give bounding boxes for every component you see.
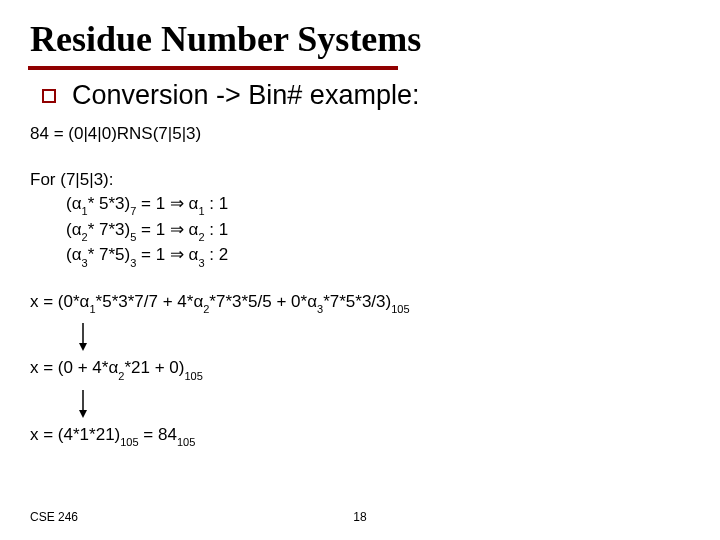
svg-marker-3 — [79, 410, 87, 418]
svg-marker-1 — [79, 343, 87, 351]
page-number: 18 — [353, 510, 366, 524]
x-line-3: x = (4*1*21)105 = 84105 — [30, 424, 690, 448]
rns-equation: 84 = (0|4|0)RNS(7|5|3) — [30, 123, 690, 146]
bullet-marker — [42, 89, 56, 103]
title-underline — [28, 66, 398, 70]
arrow-down-icon — [78, 390, 690, 418]
bullet-text: Conversion -> Bin# example: — [72, 80, 419, 111]
x-line-1: x = (0*α1*5*3*7/7 + 4*α2*7*3*5/5 + 0*α3*… — [30, 291, 690, 315]
for-row-1: (α1* 5*3)7 = 1 ⇒ α1 : 1 — [66, 192, 690, 218]
x-line-2: x = (0 + 4*α2*21 + 0)105 — [30, 357, 690, 381]
for-header: For (7|5|3): — [30, 168, 690, 192]
slide-title: Residue Number Systems — [30, 18, 690, 60]
for-block: For (7|5|3): (α1* 5*3)7 = 1 ⇒ α1 : 1 (α2… — [30, 168, 690, 269]
bullet-item: Conversion -> Bin# example: — [42, 80, 690, 111]
course-code: CSE 246 — [30, 510, 78, 524]
arrow-down-icon — [78, 323, 690, 351]
for-row-3: (α3* 7*5)3 = 1 ⇒ α3 : 2 — [66, 243, 690, 269]
slide-footer: CSE 246 18 — [30, 510, 690, 524]
for-row-2: (α2* 7*3)5 = 1 ⇒ α2 : 1 — [66, 218, 690, 244]
